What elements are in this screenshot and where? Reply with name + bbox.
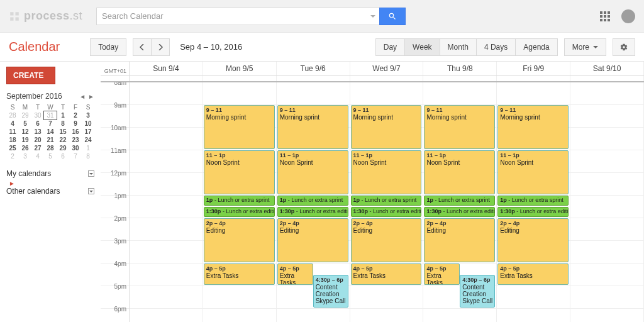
event[interactable]: 9 – 11Morning sprint [351,105,422,149]
next-button[interactable] [152,38,170,56]
mini-day[interactable]: 15 [57,128,69,136]
event[interactable]: 1:30p - Lunch or extra editing [204,207,275,217]
day-header-cell[interactable]: Tue 9/6 [277,62,350,75]
mini-day[interactable]: 23 [69,136,82,144]
day-header-cell[interactable]: Mon 9/5 [203,62,277,75]
mini-day[interactable]: 8 [82,152,94,160]
mini-day[interactable]: 13 [31,128,44,136]
event[interactable]: 2p – 4pEditing [277,218,348,262]
mini-day[interactable]: 26 [19,144,31,152]
mini-day[interactable]: 12 [19,128,31,136]
mini-day[interactable]: 2 [69,111,82,119]
event[interactable]: 11 – 1pNoon Sprint [204,150,275,194]
mini-day[interactable]: 6 [31,119,44,128]
event[interactable]: 4:30p – 6pContent Creation Skype Call [313,275,348,308]
event[interactable]: 1p - Lunch or extra sprint [497,196,569,206]
mini-day[interactable]: 17 [82,128,94,136]
create-button[interactable]: CREATE [6,67,55,84]
mini-day[interactable]: 1 [82,144,94,152]
mini-day[interactable]: 28 [6,111,19,119]
view-agenda[interactable]: Agenda [516,38,557,56]
mini-day[interactable]: 21 [44,136,57,144]
avatar[interactable] [621,9,635,23]
event[interactable]: 11 – 1pNoon Sprint [424,150,495,194]
event[interactable]: 11 – 1pNoon Sprint [497,150,569,194]
day-column[interactable]: 9 – 11Morning sprint11 – 1pNoon Sprint1p… [203,82,277,322]
mini-day[interactable]: 16 [69,128,82,136]
event[interactable]: 4p – 5pExtra Tasks [497,264,569,285]
mini-day[interactable]: 8 [57,119,69,128]
prev-button[interactable] [133,38,152,56]
event[interactable]: 9 – 11Morning sprint [424,105,495,149]
event[interactable]: 4p – 5pExtra Tasks [277,264,313,285]
event[interactable]: 4p – 5pExtra Tasks [351,264,422,285]
mini-day[interactable]: 5 [19,119,31,128]
day-column[interactable]: 9 – 11Morning sprint11 – 1pNoon Sprint1p… [350,82,424,322]
event[interactable]: 1:30p - Lunch or extra editing [497,207,569,217]
mini-day[interactable]: 27 [31,144,44,152]
search-button[interactable] [379,8,406,25]
mini-day[interactable]: 30 [69,144,82,152]
mini-day[interactable]: 6 [57,152,69,160]
event[interactable]: 2p – 4pEditing [424,218,495,262]
search-options-icon[interactable] [370,15,375,18]
mini-day[interactable]: 24 [82,136,94,144]
day-column[interactable]: 9 – 11Morning sprint11 – 1pNoon Sprint1p… [497,82,570,322]
event[interactable]: 1:30p - Lunch or extra editing [277,207,348,217]
event[interactable]: 11 – 1pNoon Sprint [277,150,348,194]
mini-day[interactable]: 25 [6,144,19,152]
mini-prev[interactable]: ◄ [79,93,86,100]
search-input[interactable]: Search Calendar [96,8,379,25]
mini-day[interactable]: 20 [31,136,44,144]
day-column[interactable]: 9 – 11Morning sprint11 – 1pNoon Sprint1p… [277,82,350,322]
day-header-cell[interactable]: Wed 9/7 [350,62,424,75]
other-calendars[interactable]: Other calendars [6,187,94,196]
mini-day[interactable]: 4 [6,119,19,128]
view-day[interactable]: Day [375,38,405,56]
mini-day[interactable]: 2 [6,152,19,160]
mini-next[interactable]: ► [88,93,94,100]
event[interactable]: 9 – 11Morning sprint [497,105,569,149]
event[interactable]: 1p - Lunch or extra sprint [351,196,422,206]
view-4days[interactable]: 4 Days [477,38,516,56]
event[interactable]: 2p – 4pEditing [497,218,569,262]
mini-day[interactable]: 9 [69,119,82,128]
mini-day[interactable]: 7 [44,119,57,128]
day-header-cell[interactable]: Thu 9/8 [423,62,497,75]
more-button[interactable]: More [564,38,606,56]
mini-day[interactable]: 5 [44,152,57,160]
my-calendars[interactable]: My calendars [6,169,94,178]
mini-day[interactable]: 4 [31,152,44,160]
event[interactable]: 4p – 5pExtra Tasks [424,264,460,285]
event[interactable]: 4p – 5pExtra Tasks [204,264,275,285]
event[interactable]: 1:30p - Lunch or extra editing [351,207,422,217]
mini-day[interactable]: 7 [69,152,82,160]
event[interactable]: 9 – 11Morning sprint [204,105,275,149]
event[interactable]: 11 – 1pNoon Sprint [351,150,422,194]
event[interactable]: 1p - Lunch or extra sprint [277,196,348,206]
mini-day[interactable]: 10 [82,119,94,128]
day-header-cell[interactable]: Sun 9/4 [130,62,203,75]
view-month[interactable]: Month [440,38,477,56]
view-week[interactable]: Week [405,38,440,56]
mini-day[interactable]: 1 [57,111,69,119]
apps-icon[interactable] [600,11,610,21]
mini-day[interactable]: 18 [6,136,19,144]
event[interactable]: 2p – 4pEditing [204,218,275,262]
mini-day[interactable]: 28 [44,144,57,152]
event[interactable]: 2p – 4pEditing [351,218,422,262]
mini-day[interactable]: 11 [6,128,19,136]
mini-day[interactable]: 31 [44,111,57,119]
day-column[interactable] [570,82,644,322]
mini-day[interactable]: 3 [19,152,31,160]
mini-day[interactable]: 30 [31,111,44,119]
day-header-cell[interactable]: Sat 9/10 [570,62,644,75]
mini-day[interactable]: 14 [44,128,57,136]
event[interactable]: 9 – 11Morning sprint [277,105,348,149]
event[interactable]: 1:30p - Lunch or extra editing [424,207,495,217]
mini-day[interactable]: 19 [19,136,31,144]
settings-button[interactable] [613,38,635,56]
event[interactable]: 1p - Lunch or extra sprint [424,196,495,206]
day-header-cell[interactable]: Fri 9/9 [497,62,570,75]
day-column[interactable]: 9 – 11Morning sprint11 – 1pNoon Sprint1p… [423,82,497,322]
